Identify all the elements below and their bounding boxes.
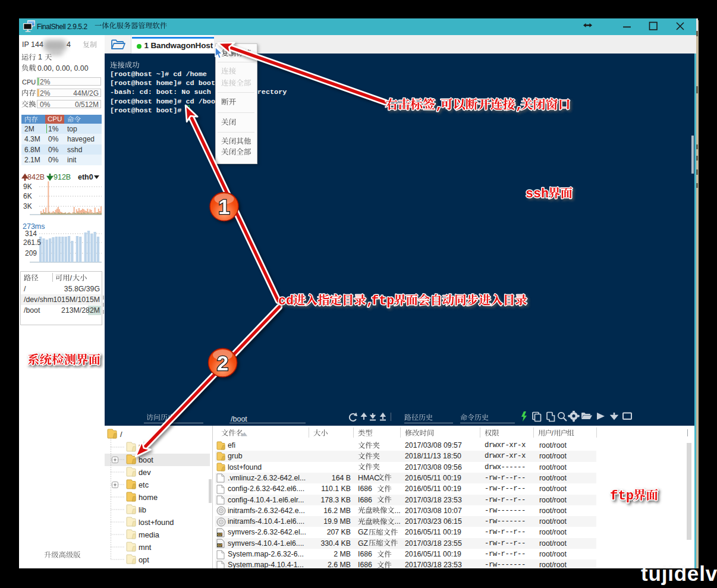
svg-text:ftp: ftp xyxy=(371,294,394,308)
svg-text:cd: cd xyxy=(278,294,294,308)
svg-text:2: 2 xyxy=(217,351,228,375)
svg-text:1: 1 xyxy=(218,195,229,218)
svg-text:ftp: ftp xyxy=(610,488,634,504)
svg-text:ssh: ssh xyxy=(526,187,549,202)
